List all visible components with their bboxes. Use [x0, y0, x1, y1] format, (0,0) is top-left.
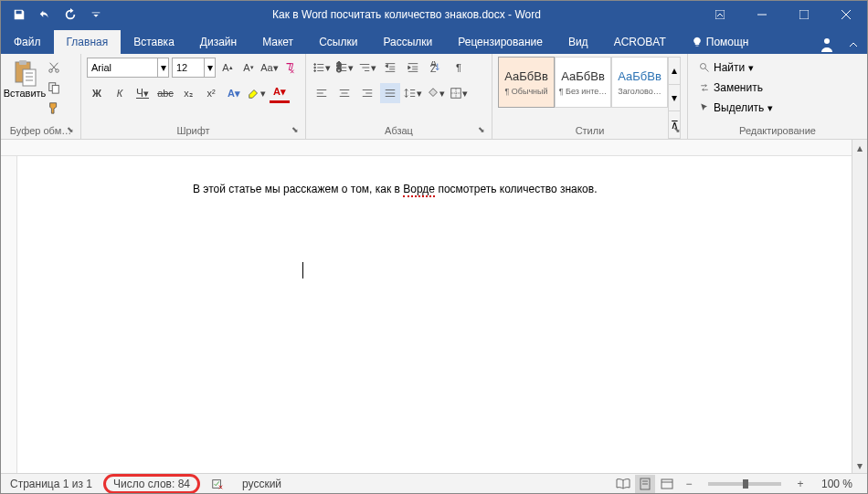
scrollbar-vertical[interactable]: ▴ ▾: [852, 140, 867, 473]
tab-view[interactable]: Вид: [556, 30, 601, 54]
titlebar: Как в Word посчитать количество знаков.d…: [1, 1, 867, 28]
maximize-button[interactable]: [783, 1, 825, 28]
scroll-down-icon[interactable]: ▾: [852, 457, 867, 473]
group-label-styles: Стили: [492, 125, 687, 136]
zoom-slider[interactable]: [708, 482, 781, 486]
ribbon-tabs: Файл Главная Вставка Дизайн Макет Ссылки…: [1, 28, 867, 54]
qat-dropdown[interactable]: [85, 4, 107, 26]
tab-insert[interactable]: Вставка: [121, 30, 187, 54]
tab-file[interactable]: Файл: [1, 30, 54, 54]
font-size-input[interactable]: 12: [172, 58, 205, 78]
font-name-dropdown[interactable]: ▾: [158, 58, 169, 78]
replace-button[interactable]: Заменить: [699, 79, 856, 97]
redo-button[interactable]: [59, 4, 81, 26]
scroll-up-icon[interactable]: ▴: [852, 140, 867, 155]
italic-button[interactable]: К: [110, 83, 130, 103]
zoom-out-button[interactable]: −: [679, 475, 699, 493]
text-segment: В этой статье мы расскажем о том, как в: [193, 183, 403, 195]
tell-me[interactable]: Помощн: [679, 30, 762, 54]
spellcheck-status[interactable]: [202, 474, 233, 493]
text-effects-button[interactable]: A▾: [224, 83, 244, 103]
tab-review[interactable]: Рецензирование: [445, 30, 556, 54]
align-right-button[interactable]: [357, 83, 377, 103]
style-heading1[interactable]: АаБбВв Заголово…: [611, 57, 668, 108]
font-color-button[interactable]: A▾: [270, 83, 290, 103]
highlight-button[interactable]: ▾: [247, 83, 267, 103]
borders-button[interactable]: ▾: [449, 83, 469, 103]
select-button[interactable]: Выделить ▾: [699, 99, 856, 117]
share-icon[interactable]: [818, 36, 836, 54]
underline-button[interactable]: Ч▾: [132, 83, 153, 103]
close-button[interactable]: [825, 1, 867, 28]
styles-launcher[interactable]: ⬊: [673, 125, 684, 136]
zoom-thumb[interactable]: [743, 479, 748, 489]
tab-mailings[interactable]: Рассылки: [370, 30, 445, 54]
line-spacing-button[interactable]: ▾: [403, 83, 423, 103]
clear-formatting-button[interactable]: [281, 58, 300, 78]
multilevel-list-button[interactable]: ▾: [357, 58, 377, 78]
bold-button[interactable]: Ж: [87, 83, 107, 103]
print-layout-button[interactable]: [635, 475, 655, 493]
svg-point-20: [314, 70, 316, 72]
font-size-dropdown[interactable]: ▾: [205, 58, 216, 78]
cut-button[interactable]: [45, 58, 63, 77]
find-button[interactable]: Найти ▾: [699, 58, 856, 77]
web-layout-button[interactable]: [657, 475, 677, 493]
language-status[interactable]: русский: [233, 474, 291, 493]
read-mode-button[interactable]: [613, 475, 633, 493]
ribbon-display-options[interactable]: [699, 1, 741, 28]
svg-rect-7: [19, 60, 26, 65]
decrease-indent-button[interactable]: [380, 58, 400, 78]
svg-rect-2: [799, 10, 809, 19]
show-marks-button[interactable]: ¶: [449, 58, 469, 78]
tab-layout[interactable]: Макет: [249, 30, 306, 54]
style-no-spacing[interactable]: АаБбВв ¶ Без инте…: [555, 57, 611, 108]
strikethrough-button[interactable]: abc: [155, 83, 175, 103]
tab-home[interactable]: Главная: [54, 30, 122, 54]
font-name-input[interactable]: Arial: [87, 58, 158, 78]
styles-down[interactable]: ▾: [669, 85, 680, 112]
align-center-button[interactable]: [334, 83, 355, 103]
align-left-button[interactable]: [312, 83, 332, 103]
zoom-in-button[interactable]: +: [790, 475, 810, 493]
grow-font-button[interactable]: A▴: [218, 58, 237, 78]
minimize-button[interactable]: [741, 1, 783, 28]
ribbon: Вставить Буфер обм… ⬊ Arial▾ 12▾ A▴ A▾ A…: [1, 54, 867, 140]
group-editing: Найти ▾ Заменить Выделить ▾ Редактирован…: [688, 54, 867, 139]
clipboard-launcher[interactable]: ⬊: [67, 125, 78, 136]
change-case-button[interactable]: Aa▾: [260, 58, 279, 78]
superscript-button[interactable]: x²: [201, 83, 221, 103]
tab-design[interactable]: Дизайн: [187, 30, 249, 54]
justify-button[interactable]: [380, 83, 400, 103]
copy-button[interactable]: [45, 79, 63, 97]
subscript-button[interactable]: x₂: [178, 83, 198, 103]
bullets-button[interactable]: ▾: [312, 58, 332, 78]
style-normal[interactable]: АаБбВв ¶ Обычный: [498, 57, 555, 108]
sort-button[interactable]: AZ: [426, 58, 446, 78]
shading-button[interactable]: ▾: [426, 83, 446, 103]
tab-acrobat[interactable]: ACROBAT: [601, 30, 679, 54]
word-count-status[interactable]: Число слов: 84: [103, 474, 200, 494]
collapse-ribbon-icon[interactable]: [847, 38, 860, 51]
group-font: Arial▾ 12▾ A▴ A▾ Aa▾ Ж К Ч▾ abc x₂ x² A▾…: [81, 54, 306, 139]
ruler-vertical[interactable]: [1, 156, 17, 473]
font-launcher[interactable]: ⬊: [291, 125, 302, 136]
increase-indent-button[interactable]: [403, 58, 423, 78]
ruler-horizontal[interactable]: [1, 140, 867, 156]
tab-references[interactable]: Ссылки: [306, 30, 370, 54]
spellcheck-word[interactable]: Ворде: [403, 183, 435, 197]
styles-up[interactable]: ▴: [669, 58, 680, 85]
numbering-button[interactable]: 123▾: [334, 58, 355, 78]
paragraph-launcher[interactable]: ⬊: [478, 125, 489, 136]
group-styles: АаБбВв ¶ Обычный АаБбВв ¶ Без инте… АаБб…: [492, 54, 688, 139]
document-text[interactable]: В этой статье мы расскажем о том, как в …: [111, 156, 851, 197]
shrink-font-button[interactable]: A▾: [239, 58, 258, 78]
save-button[interactable]: [8, 4, 30, 26]
svg-rect-8: [23, 69, 36, 86]
svg-rect-0: [715, 10, 725, 19]
page-number-status[interactable]: Страница 1 из 1: [1, 474, 101, 493]
format-painter-button[interactable]: [45, 99, 63, 117]
zoom-level[interactable]: 100 %: [812, 478, 862, 490]
undo-button[interactable]: [34, 4, 56, 26]
document-page[interactable]: В этой статье мы расскажем о том, как в …: [111, 156, 851, 473]
